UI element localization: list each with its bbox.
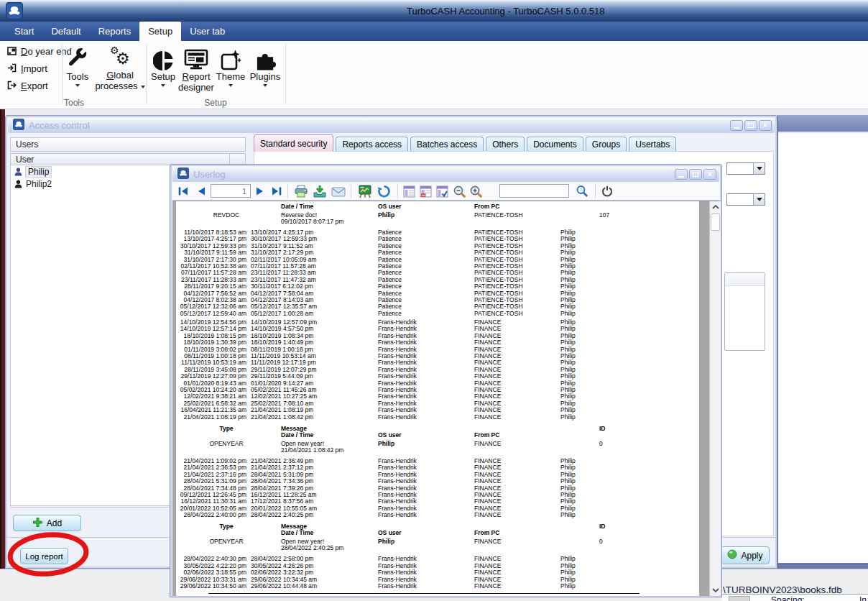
tab-groups[interactable]: Groups — [586, 137, 627, 152]
scroll-down-button[interactable] — [710, 584, 721, 596]
clipped-cell — [729, 596, 750, 601]
ribbon-tab-bar: StartDefaultReportsSetupUser tab — [0, 22, 868, 41]
tab-documents[interactable]: Documents — [527, 137, 583, 152]
import-button[interactable]: Import — [7, 63, 47, 75]
import-icon — [7, 63, 17, 75]
ribbon-tab-default[interactable]: Default — [42, 22, 89, 41]
log-report-label: Log report — [25, 552, 63, 561]
close-button[interactable]: × — [703, 169, 716, 180]
maximize-button[interactable] — [689, 169, 702, 180]
zoom-in-button[interactable] — [468, 183, 485, 199]
window-icon — [13, 119, 24, 133]
ribbon-separator — [285, 44, 286, 104]
ribbon-tab-user-tab[interactable]: User tab — [181, 22, 234, 41]
log-message-row: OPENYEAROpen new year!PhilipFINANCE028/0… — [176, 538, 699, 551]
user-icon — [14, 168, 22, 176]
tab-reports-access[interactable]: Reports access — [336, 137, 408, 152]
security-combobox-2[interactable] — [726, 193, 765, 206]
print-button[interactable] — [292, 183, 310, 199]
puzzle-icon — [254, 44, 277, 71]
report-section-header: TypeMessageIDDate / TimeOS userFrom PC — [176, 523, 699, 536]
close-button[interactable]: × — [759, 120, 772, 131]
report-viewer: Date / TimeOS userFrom PCREVDOCReverse d… — [172, 201, 721, 596]
prev-page-button[interactable] — [194, 183, 208, 199]
next-page-button[interactable] — [253, 183, 267, 199]
global-processes-button[interactable]: ⚙⚙ Global processes — [96, 44, 144, 97]
thumbnails-view-button[interactable] — [402, 183, 417, 199]
plugins-button[interactable]: Plugins — [246, 44, 284, 97]
import-label: Import — [21, 63, 47, 74]
report-designer-button[interactable]: Report designer — [177, 44, 215, 97]
apply-button[interactable]: Apply — [721, 546, 770, 564]
report-content: Date / TimeOS userFrom PCREVDOCReverse d… — [176, 201, 699, 596]
userlog-titlebar[interactable]: Userlog × — [172, 167, 719, 182]
theme-button[interactable]: Theme — [215, 44, 246, 97]
window-edge-strip — [0, 109, 5, 584]
plugins-label: Plugins — [250, 71, 281, 82]
chevron-down-icon[interactable] — [753, 163, 765, 174]
log-report-button[interactable]: Log report — [20, 548, 68, 564]
outline-view-button[interactable] — [418, 183, 433, 199]
listbox-header — [725, 273, 765, 286]
log-session-block: 11/10/2017 8:18:53 am13/10/2017 4:25:17 … — [176, 229, 699, 317]
page-number-input[interactable] — [211, 184, 251, 198]
background-window — [777, 115, 868, 569]
chevron-down-icon — [263, 84, 267, 87]
scrollbar-thumb[interactable] — [711, 214, 720, 231]
log-row: 28/04/2022 2:40:00 pm28/04/2022 2:40:25 … — [176, 512, 699, 518]
user-icon — [14, 180, 22, 188]
theme-label: Theme — [216, 71, 245, 82]
ribbon-tab-start[interactable]: Start — [6, 22, 42, 41]
group-label-setup: Setup — [194, 98, 237, 108]
log-session-block: 28/04/2022 2:40:30 pm28/04/2022 2:58:00 … — [176, 556, 699, 589]
ribbon-tab-reports[interactable]: Reports — [90, 22, 140, 41]
user-name: Philip2 — [26, 179, 52, 189]
window-title: Userlog — [193, 169, 226, 180]
log-session-block: 21/04/2021 1:09:02 pm21/04/2021 2:36:49 … — [176, 458, 699, 519]
refresh-button[interactable] — [375, 183, 392, 199]
setup-label: Setup — [151, 71, 175, 82]
group-label-tools: Tools — [60, 98, 88, 108]
save-export-button[interactable] — [311, 183, 328, 199]
report-page: Date / TimeOS userFrom PCREVDOCReverse d… — [176, 201, 699, 596]
tab-standard-security[interactable]: Standard security — [254, 134, 333, 152]
chevron-down-icon[interactable] — [753, 194, 765, 205]
background-window-bottom — [778, 563, 868, 569]
design-board-button[interactable] — [356, 183, 374, 199]
email-button[interactable] — [330, 183, 347, 199]
first-page-button[interactable] — [176, 183, 190, 199]
zoom-out-button[interactable] — [451, 183, 468, 199]
scroll-up-button[interactable] — [710, 201, 721, 213]
maximize-button[interactable] — [744, 120, 757, 131]
toolbar-separator — [397, 184, 398, 198]
clipped-label-spacing: Spacing: — [771, 595, 805, 601]
tools-button[interactable]: Tools — [63, 44, 92, 97]
log-row: 05/12/2017 12:59:40 am05/12/2017 1:00:28… — [176, 311, 699, 317]
export-button[interactable]: Export — [7, 80, 48, 92]
tab-batches-access[interactable]: Batches access — [410, 137, 484, 152]
global-processes-label: Global — [106, 70, 134, 81]
access-tabs: Standard securityReports accessBatches a… — [254, 134, 678, 152]
access-control-titlebar[interactable]: Access control × — [8, 118, 775, 133]
setup-button[interactable]: Setup — [147, 44, 179, 97]
app-title: TurboCASH Accounting - TurboCASH 5.0.0.5… — [407, 6, 605, 17]
tab-usertabs[interactable]: Usertabs — [629, 137, 676, 152]
report-designer-label: Report — [182, 71, 210, 82]
tab-others[interactable]: Others — [486, 137, 525, 152]
page-setup-button[interactable] — [435, 183, 450, 199]
search-button[interactable] — [574, 183, 590, 199]
security-listbox[interactable] — [724, 272, 765, 351]
ribbon-tab-setup[interactable]: Setup — [139, 22, 181, 41]
last-page-button[interactable] — [269, 183, 285, 199]
add-user-button[interactable]: Add — [13, 515, 81, 531]
minimize-button[interactable] — [675, 169, 688, 180]
combobox-value — [727, 163, 753, 174]
ribbon: Do year end Import Export Tools ⚙⚙ Globa… — [0, 41, 868, 109]
chevron-down-icon — [228, 84, 233, 87]
search-input[interactable] — [499, 184, 569, 198]
global-processes-label2: processes — [95, 81, 144, 91]
security-combobox-1[interactable] — [726, 162, 765, 175]
minimize-button[interactable] — [730, 120, 743, 131]
power-quit-button[interactable] — [599, 183, 615, 199]
vertical-scrollbar[interactable] — [709, 201, 721, 596]
